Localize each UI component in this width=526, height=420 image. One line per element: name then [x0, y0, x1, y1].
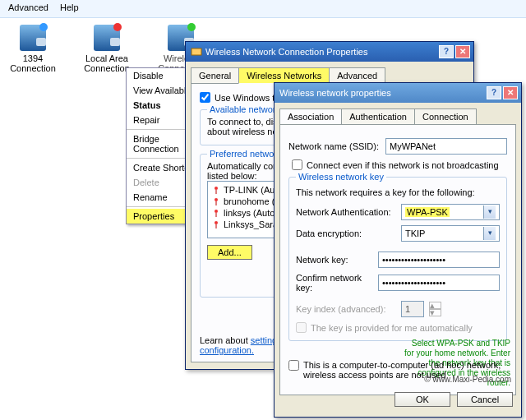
menu-advanced[interactable]: Advanced — [8, 2, 48, 15]
svg-point-1 — [215, 187, 218, 190]
menubar: Advanced Help — [0, 0, 526, 18]
connect-even-checkbox[interactable] — [292, 159, 302, 170]
spinner-down-icon: ▾ — [429, 309, 441, 316]
tab-advanced[interactable]: Advanced — [329, 67, 385, 84]
antenna-icon — [212, 209, 220, 217]
netkey-input[interactable] — [378, 252, 500, 268]
svg-point-5 — [215, 210, 218, 213]
ok-button[interactable]: OK — [394, 392, 450, 407]
keyidx-label: Key index (advanced): — [296, 304, 396, 314]
ssid-label: Network name (SSID): — [288, 141, 381, 151]
config-link[interactable]: configuration. — [200, 345, 254, 355]
use-windows-checkbox[interactable] — [200, 92, 210, 103]
wireless-key-group: Wireless network key This network requir… — [288, 177, 507, 341]
titlebar[interactable]: Wireless network properties ? ✕ — [275, 83, 521, 103]
wireless-network-properties-window: Wireless network properties ? ✕ Associat… — [274, 82, 522, 418]
help-button[interactable]: ? — [439, 45, 454, 58]
add-button[interactable]: Add... — [207, 245, 252, 260]
tabs: Association Authentication Connection — [279, 108, 516, 125]
connect-even-label: Connect even if this network is not broa… — [307, 160, 499, 170]
svg-point-7 — [215, 221, 218, 224]
titlebar[interactable]: Wireless Network Connection Properties ?… — [186, 42, 473, 62]
netkey-label: Network key: — [296, 255, 373, 265]
network-icon — [94, 25, 120, 51]
confkey-label: Confirm network key: — [296, 273, 373, 293]
antenna-icon — [212, 186, 220, 194]
conn-label: 1394 Connection — [8, 53, 58, 73]
dataenc-combo[interactable]: TKIP ▾ — [401, 225, 500, 242]
conn-label: Local Area Connection — [82, 53, 132, 73]
antenna-icon — [212, 197, 220, 205]
connections-area: 1394 Connection Local Area Connection Wi… — [8, 25, 205, 73]
tab-general[interactable]: General — [191, 67, 239, 84]
netauth-combo[interactable]: WPA-PSK ▾ — [401, 204, 500, 220]
help-button[interactable]: ? — [487, 86, 501, 99]
window-title: Wireless Network Connection Properties — [205, 47, 437, 57]
tab-association[interactable]: Association — [279, 108, 342, 125]
network-icon — [20, 25, 46, 51]
dataenc-label: Data encryption: — [296, 228, 396, 238]
adhoc-checkbox[interactable] — [288, 360, 299, 371]
tab-wireless-networks[interactable]: Wireless Networks — [238, 67, 330, 84]
group-legend: Wireless network key — [296, 172, 386, 182]
menu-help[interactable]: Help — [60, 2, 79, 15]
cancel-button[interactable]: Cancel — [457, 392, 513, 407]
keyidx-input — [401, 301, 424, 317]
autokey-label: The key is provided for me automatically — [311, 323, 473, 333]
window-icon — [191, 46, 202, 58]
conn-1394[interactable]: 1394 Connection — [8, 25, 58, 73]
tab-connection[interactable]: Connection — [414, 108, 477, 125]
credit-text: © www.Maxi-Pedia.com — [424, 375, 511, 384]
confkey-input[interactable] — [378, 275, 500, 291]
chevron-down-icon[interactable]: ▾ — [483, 227, 496, 240]
tabs: General Wireless Networks Advanced — [191, 67, 468, 84]
combo-value: TKIP — [405, 228, 425, 238]
antenna-icon — [212, 220, 220, 228]
requires-text: This network requires a key for the foll… — [296, 187, 500, 197]
combo-value: WPA-PSK — [405, 207, 450, 217]
conn-lan[interactable]: Local Area Connection — [82, 25, 132, 73]
tab-authentication[interactable]: Authentication — [341, 108, 415, 125]
chevron-down-icon[interactable]: ▾ — [483, 205, 496, 219]
close-button[interactable]: ✕ — [455, 45, 470, 58]
ssid-input[interactable] — [385, 138, 507, 155]
window-title: Wireless network properties — [279, 88, 485, 98]
close-button[interactable]: ✕ — [503, 86, 518, 99]
learn-text: Learn about — [200, 335, 248, 345]
svg-point-3 — [215, 198, 218, 201]
netauth-label: Network Authentication: — [296, 207, 396, 217]
svg-rect-0 — [191, 48, 201, 55]
tab-page: Network name (SSID): Connect even if thi… — [279, 124, 516, 395]
autokey-checkbox — [296, 322, 307, 333]
